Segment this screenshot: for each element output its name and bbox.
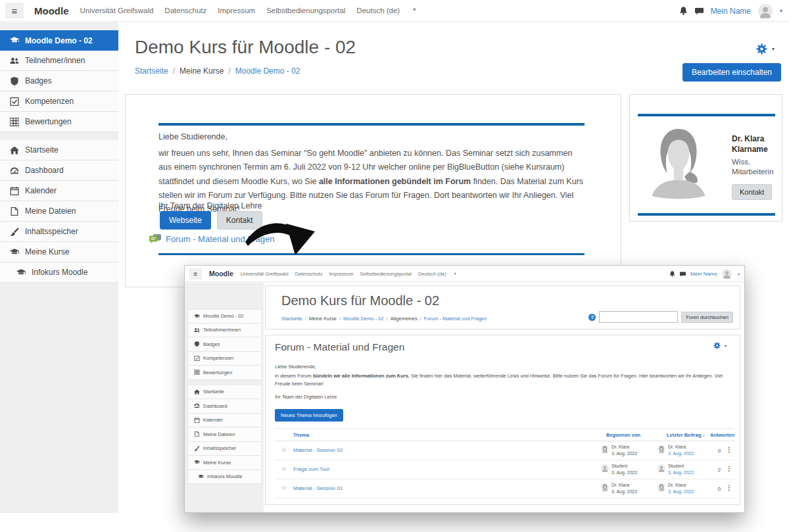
gear-icon[interactable] (713, 342, 721, 349)
website-button[interactable]: Webseite (160, 211, 211, 230)
breadcrumb-startseite[interactable]: Startseite (281, 316, 302, 322)
user-menu-name[interactable]: Mein Name (690, 271, 717, 277)
forum-signoff: Ihr Team der Digitalen Lehre (275, 394, 337, 400)
forum-search: ? Foren durchsuchen (588, 311, 733, 323)
brush-icon (10, 228, 19, 236)
help-icon[interactable]: ? (588, 314, 596, 321)
who-name: Dr. Klara (611, 444, 637, 450)
column-header-letzter-beitrag[interactable]: Letzter Beitrag↓ (667, 432, 705, 438)
nav-link-selbstbedienungsportal[interactable]: Selbstbedienungsportal (266, 7, 345, 14)
sidebar-item-infokurs-moodle[interactable]: Infokurs Moodle (189, 470, 261, 485)
sort-desc-icon[interactable]: ↓ (703, 432, 705, 438)
notifications-bell-icon[interactable] (679, 7, 688, 15)
user-menu-caret-icon[interactable]: ▾ (738, 272, 740, 276)
add-topic-button[interactable]: Neues Thema hinzufügen (275, 409, 343, 422)
user-menu-name[interactable]: Mein Name (711, 7, 751, 16)
gear-caret-icon[interactable]: ▾ (772, 46, 775, 52)
language-menu[interactable]: Deutsch (de) (418, 271, 446, 277)
sidebar-item-kalender[interactable]: Kalender (0, 181, 118, 201)
breadcrumb-forum-material-und-fragen[interactable]: Forum - Material und Fragen (424, 316, 487, 322)
sidebar-item-badges[interactable]: Badges (0, 71, 118, 91)
messages-chat-icon[interactable] (680, 272, 686, 277)
sidebar-item-inhaltsspeicher[interactable]: Inhaltsspeicher (189, 442, 261, 456)
sidebar-item-meine-kurse[interactable]: Meine Kurse (0, 242, 118, 262)
sidebar-item-meine-dateien[interactable]: Meine Dateien (0, 201, 118, 222)
kebab-menu-icon[interactable]: ⋮ (726, 446, 732, 453)
nav-link-datenschutz[interactable]: Datenschutz (164, 7, 206, 14)
star-icon[interactable]: ☆ (281, 466, 287, 472)
language-caret-icon[interactable]: ▾ (454, 271, 456, 277)
topic-link[interactable]: Material - Session 02 (293, 447, 343, 453)
page: { "colors": { "accent": "#1d6fc5", "link… (0, 0, 789, 532)
nav-link-impressum[interactable]: Impressum (218, 7, 255, 14)
sidebar-item-startseite[interactable]: Startseite (189, 385, 261, 400)
sidebar-item-meine-dateien[interactable]: Meine Dateien (189, 427, 261, 442)
forum-search-input[interactable] (599, 311, 678, 323)
nav-link-selbstbedienungsportal[interactable]: Selbstbedienungsportal (360, 271, 412, 277)
sidebar-item-teilnehmer-innen[interactable]: Teilnehmer/innen (0, 51, 118, 71)
hamburger-menu-icon[interactable]: ≡ (189, 268, 202, 279)
gear-caret-icon[interactable]: ▾ (725, 343, 727, 348)
hamburger-menu-icon[interactable]: ≡ (5, 3, 24, 18)
breadcrumb-moodle-demo-02[interactable]: Moodle Demo - 02 (343, 316, 384, 322)
sidebar-item-moodle-demo-02[interactable]: Moodle Demo - 02 (0, 30, 118, 51)
forum-icon (149, 234, 161, 244)
sidebar-item-kompetenzen[interactable]: Kompetenzen (0, 91, 118, 112)
topic-link[interactable]: Material - Session 01 (293, 485, 343, 491)
forum-table-body: ☆Material - Session 02Dr. Klara3. Aug. 2… (275, 441, 734, 498)
user-menu-caret-icon[interactable]: ▾ (780, 8, 782, 14)
sidebar-item-inhaltsspeicher[interactable]: Inhaltsspeicher (0, 222, 118, 242)
moodle-logo[interactable]: Moodle (209, 270, 233, 278)
nav-link-universit-t-greifswald[interactable]: Universität Greifswald (80, 7, 154, 14)
nav-link-universit-t-greifswald[interactable]: Universität Greifswald (241, 271, 289, 277)
star-icon[interactable]: ☆ (281, 447, 287, 453)
nav-link-impressum[interactable]: Impressum (329, 271, 353, 277)
user-avatar[interactable] (758, 4, 773, 18)
sidebar-item-badges[interactable]: Badges (189, 337, 261, 352)
column-header-thema[interactable]: Thema (293, 432, 309, 438)
breadcrumb-moodle-demo-02[interactable]: Moodle Demo - 02 (235, 66, 300, 76)
sidebar-item-meine-kurse[interactable]: Meine Kurse (189, 456, 261, 470)
nav-link-datenschutz[interactable]: Datenschutz (295, 271, 323, 277)
sidebar-item-dashboard[interactable]: Dashboard (0, 160, 118, 181)
moodle-logo[interactable]: Moodle (34, 5, 69, 16)
who-date[interactable]: 3. Aug. 2022 (668, 470, 694, 476)
breadcrumb-separator: / (339, 316, 341, 322)
sidebar-item-dashboard[interactable]: Dashboard (189, 399, 261, 414)
divider-top (638, 114, 775, 116)
sidebar-item-teilnehmer-innen[interactable]: Teilnehmer/innen (189, 324, 261, 338)
who-date[interactable]: 3. Aug. 2022 (668, 489, 694, 495)
breadcrumb-separator: / (305, 316, 306, 322)
sidebar-item-label: Meine Kurse (25, 247, 69, 256)
notifications-bell-icon[interactable] (669, 271, 675, 277)
graduation-cap-icon (10, 248, 19, 256)
messages-chat-icon[interactable] (695, 7, 704, 15)
divider-bottom (638, 213, 775, 216)
kebab-menu-icon[interactable]: ⋮ (726, 465, 732, 472)
user-avatar[interactable] (722, 269, 732, 279)
gear-icon[interactable] (756, 43, 767, 55)
column-header-begonnen-von[interactable]: Begonnen von (606, 432, 640, 438)
edit-mode-button[interactable]: Bearbeiten einschalten (682, 63, 781, 82)
sidebar-item-kalender[interactable]: Kalender (189, 414, 261, 428)
forum-text-bold: bündeln wir alle Informationen zum Kurs. (313, 373, 410, 379)
sidebar-item-infokurs-moodle[interactable]: Infokurs Moodle (0, 262, 118, 283)
breadcrumb-startseite[interactable]: Startseite (135, 66, 168, 76)
language-caret-icon[interactable]: ▾ (413, 7, 416, 14)
sidebar-item-kompetenzen[interactable]: Kompetenzen (189, 352, 261, 366)
who-date[interactable]: 3. Aug. 2022 (668, 450, 694, 457)
who-date: 3. Aug. 2022 (611, 450, 637, 457)
sidebar-item-bewertungen[interactable]: Bewertungen (189, 366, 261, 380)
sidebar-item-moodle-demo-02[interactable]: Moodle Demo - 02 (189, 309, 261, 324)
column-header-antworten[interactable]: Antworten (710, 432, 734, 438)
forum-search-button[interactable]: Foren durchsuchen (681, 312, 733, 323)
breadcrumb-meine-kurse: Meine Kurse (179, 66, 224, 76)
woman-avatar (601, 445, 609, 453)
sidebar-item-startseite[interactable]: Startseite (0, 140, 118, 160)
star-icon[interactable]: ☆ (281, 485, 287, 491)
teacher-contact-button[interactable]: Kontakt (732, 184, 772, 200)
sidebar-item-bewertungen[interactable]: Bewertungen (0, 112, 118, 132)
kebab-menu-icon[interactable]: ⋮ (726, 484, 732, 491)
language-menu[interactable]: Deutsch (de) (356, 7, 400, 14)
topic-link[interactable]: Frage zum Tool (293, 466, 329, 472)
